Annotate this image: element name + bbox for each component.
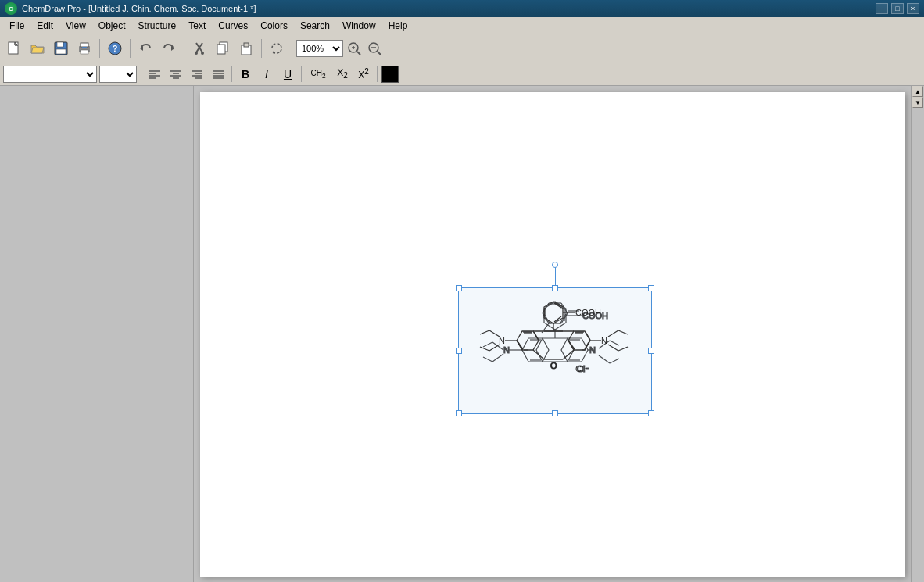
paste-button[interactable] [235,37,257,59]
molecule-container[interactable]: COOH O [458,287,652,414]
title-bar: C ChemDraw Pro - [Untitled J. Chin. Chem… [0,0,924,17]
left-tools-panel [0,86,194,582]
lasso-button[interactable] [266,37,288,59]
separator-3 [184,39,184,58]
align-right-button[interactable] [188,65,206,84]
menu-object[interactable]: Object [92,19,132,33]
ch2-button[interactable]: CH2 [306,65,331,84]
menu-structure[interactable]: Structure [132,19,183,33]
undo-button[interactable] [134,37,156,59]
close-button[interactable]: × [907,3,919,14]
scroll-up-button[interactable]: ▲ [912,86,923,97]
canvas-area[interactable]: COOH O [194,86,911,582]
scroll-down-button[interactable]: ▼ [912,97,923,108]
svg-line-102 [586,332,590,340]
bold-button[interactable]: B [236,65,255,84]
svg-line-108 [563,350,574,359]
separator-4 [261,39,262,58]
svg-text:N: N [499,336,505,345]
svg-line-103 [568,341,575,349]
menu-colors[interactable]: Colors [254,19,294,33]
svg-line-127 [518,342,522,349]
svg-text:-: - [585,364,587,372]
fmt-sep-4 [377,66,378,82]
separator-2 [130,39,131,58]
svg-rect-6 [56,49,66,54]
svg-rect-22 [244,43,249,47]
main-area: COOH O [0,86,924,582]
justify-button[interactable] [209,65,227,84]
document-page: COOH O [200,92,905,577]
svg-point-17 [195,52,198,55]
font-size-select[interactable] [99,66,137,83]
underline-button[interactable]: U [278,65,297,84]
redo-button[interactable] [158,37,180,59]
svg-rect-5 [57,42,63,47]
svg-line-114 [489,330,500,337]
svg-line-98 [534,332,539,340]
fmt-sep-2 [231,66,232,82]
menu-view[interactable]: View [59,19,92,33]
svg-rect-8 [81,43,88,47]
window-controls: _ □ × [876,3,919,14]
svg-line-125 [618,347,628,351]
molecule-overlay: .bond { stroke: #333; stroke-width: 1.3;… [458,287,652,414]
minimize-button[interactable]: _ [876,3,888,14]
fmt-sep-3 [301,66,302,82]
align-center-button[interactable] [167,65,185,84]
svg-rect-20 [217,45,225,54]
font-select[interactable] [3,66,97,83]
cut-button[interactable] [188,37,210,59]
menu-curves[interactable]: Curves [212,19,254,33]
help-button[interactable]: ? [104,37,126,59]
svg-line-123 [618,330,628,334]
rotate-handle-line [555,265,556,288]
svg-line-117 [480,347,489,351]
svg-line-115 [480,330,489,334]
svg-marker-89 [544,302,563,323]
svg-line-105 [533,350,544,359]
svg-text:Cl: Cl [575,364,583,373]
align-left-button[interactable] [145,65,164,84]
save-button[interactable] [50,37,72,59]
italic-button[interactable]: I [257,65,276,84]
menu-file[interactable]: File [3,19,30,33]
rotate-handle[interactable] [552,262,558,268]
zoom-in-button[interactable] [345,39,364,58]
svg-text:COOH: COOH [575,308,601,317]
svg-line-124 [608,345,618,351]
menu-window[interactable]: Window [336,19,382,33]
separator-1 [99,39,100,58]
new-button[interactable] [3,37,25,59]
menu-text[interactable]: Text [182,19,212,33]
svg-line-122 [608,330,618,337]
svg-text:?: ? [113,44,118,53]
svg-text:N: N [601,336,607,345]
toolbar: ? [0,34,924,62]
menu-bar: File Edit View Object Structure Text Cur… [0,17,924,34]
fmt-sep-1 [141,66,141,82]
svg-line-129 [585,342,589,349]
title-text: ChemDraw Pro - [Untitled J. Chin. Chem. … [22,4,876,13]
menu-edit[interactable]: Edit [30,19,59,33]
color-picker[interactable] [381,66,399,83]
superscript-button[interactable]: X2 [354,65,373,84]
subscript-button[interactable]: X2 [333,65,352,84]
svg-line-116 [489,345,500,351]
menu-search[interactable]: Search [294,19,336,33]
right-scrollbar[interactable]: ▲ ▼ [911,86,924,582]
print-button[interactable] [73,37,95,59]
menu-help[interactable]: Help [382,19,414,33]
svg-text:O: O [550,361,557,370]
maximize-button[interactable]: □ [891,3,904,14]
zoom-select[interactable]: 50% 75% 100% 150% 200% [296,40,343,57]
separator-5 [292,39,292,58]
svg-line-23 [273,52,274,54]
svg-rect-10 [82,47,87,48]
zoom-out-button[interactable] [365,39,384,58]
app-icon: C [5,2,17,15]
svg-line-30 [378,52,381,55]
copy-button[interactable] [212,37,234,59]
svg-point-18 [201,52,204,55]
open-button[interactable] [27,37,48,59]
